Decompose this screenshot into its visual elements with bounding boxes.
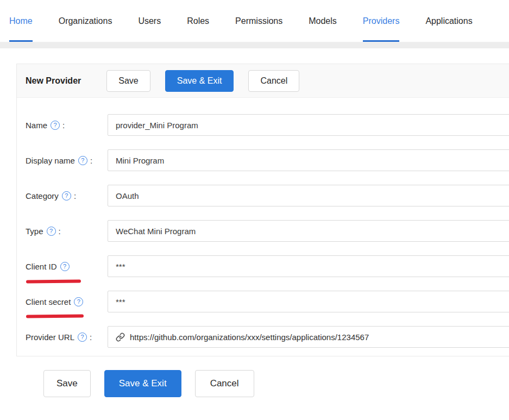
type-select[interactable] — [108, 220, 509, 242]
link-icon — [116, 333, 125, 342]
tab-organizations[interactable]: Organizations — [59, 0, 112, 42]
form-row-type: Type ? : — [17, 220, 509, 242]
category-label: Category ? : — [26, 185, 76, 206]
type-label: Type ? : — [26, 220, 61, 242]
display-name-input-wrap — [108, 149, 509, 171]
provider-url-input[interactable] — [130, 333, 509, 342]
form-row-client-secret: Client secret ? — [17, 291, 509, 312]
question-circle-icon[interactable]: ? — [60, 262, 70, 271]
label-colon: : — [90, 156, 92, 165]
provider-url-label-text: Provider URL — [26, 333, 74, 342]
question-circle-icon[interactable]: ? — [62, 191, 71, 200]
client-secret-label-text: Client secret — [26, 297, 71, 306]
save-button[interactable]: Save — [106, 70, 150, 92]
provider-url-input-wrap — [108, 326, 509, 348]
question-circle-icon[interactable]: ? — [78, 156, 87, 165]
display-name-label-text: Display name — [26, 156, 75, 165]
form-row-client-id: Client ID ? — [17, 255, 509, 277]
form-row-category: Category ? : — [17, 185, 509, 206]
tab-users[interactable]: Users — [138, 0, 161, 42]
save-exit-button[interactable]: Save & Exit — [165, 70, 234, 92]
cancel-button-bottom[interactable]: Cancel — [195, 370, 254, 397]
client-id-input-wrap — [108, 255, 509, 277]
question-circle-icon[interactable]: ? — [51, 121, 60, 130]
tab-models[interactable]: Models — [309, 0, 337, 42]
name-input[interactable] — [108, 114, 509, 136]
label-colon: : — [59, 227, 61, 236]
footer-actions: Save Save & Exit Cancel — [43, 370, 509, 397]
tab-providers[interactable]: Providers — [363, 0, 400, 42]
client-secret-input-wrap — [108, 291, 509, 312]
category-select-wrap — [108, 185, 509, 206]
form-row-display-name: Display name ? : — [17, 149, 509, 171]
red-marker-underline — [26, 314, 84, 318]
client-secret-input[interactable] — [108, 291, 509, 312]
tab-roles[interactable]: Roles — [187, 0, 209, 42]
form-row-provider-url: Provider URL ? : — [17, 326, 509, 348]
question-circle-icon[interactable]: ? — [74, 297, 83, 306]
save-button-bottom[interactable]: Save — [43, 370, 91, 397]
top-nav: Home Organizations Users Roles Permissio… — [0, 0, 509, 42]
label-colon: : — [74, 191, 76, 200]
tab-permissions[interactable]: Permissions — [235, 0, 282, 42]
red-marker-underline — [26, 279, 81, 283]
category-label-text: Category — [26, 191, 59, 200]
name-input-wrap — [108, 114, 509, 136]
type-select-wrap — [108, 220, 509, 242]
category-select[interactable] — [108, 185, 509, 206]
page-title: New Provider — [26, 76, 81, 86]
provider-form: Name ? : Display name ? : Category ? : — [17, 98, 509, 356]
label-colon: : — [90, 333, 92, 342]
question-circle-icon[interactable]: ? — [78, 333, 87, 342]
save-exit-button-bottom[interactable]: Save & Exit — [104, 370, 181, 397]
question-circle-icon[interactable]: ? — [47, 227, 56, 236]
name-label: Name ? : — [26, 114, 65, 136]
name-label-text: Name — [26, 121, 47, 130]
form-row-name: Name ? : — [17, 114, 509, 136]
provider-url-label: Provider URL ? : — [26, 326, 92, 348]
card-header: New Provider Save Save & Exit Cancel — [17, 64, 509, 98]
client-id-label-text: Client ID — [26, 262, 57, 271]
client-id-label: Client ID ? — [26, 255, 70, 277]
page-divider-band — [0, 42, 509, 48]
label-colon: : — [62, 121, 65, 130]
tab-applications[interactable]: Applications — [425, 0, 472, 42]
cancel-button[interactable]: Cancel — [248, 70, 299, 92]
provider-url-field — [108, 326, 509, 348]
type-label-text: Type — [26, 227, 43, 236]
new-provider-card: New Provider Save Save & Exit Cancel Nam… — [16, 64, 509, 356]
client-id-input[interactable] — [108, 255, 509, 277]
client-secret-label: Client secret ? — [26, 291, 83, 312]
display-name-input[interactable] — [108, 149, 509, 171]
display-name-label: Display name ? : — [26, 149, 92, 171]
tab-home[interactable]: Home — [9, 0, 33, 42]
